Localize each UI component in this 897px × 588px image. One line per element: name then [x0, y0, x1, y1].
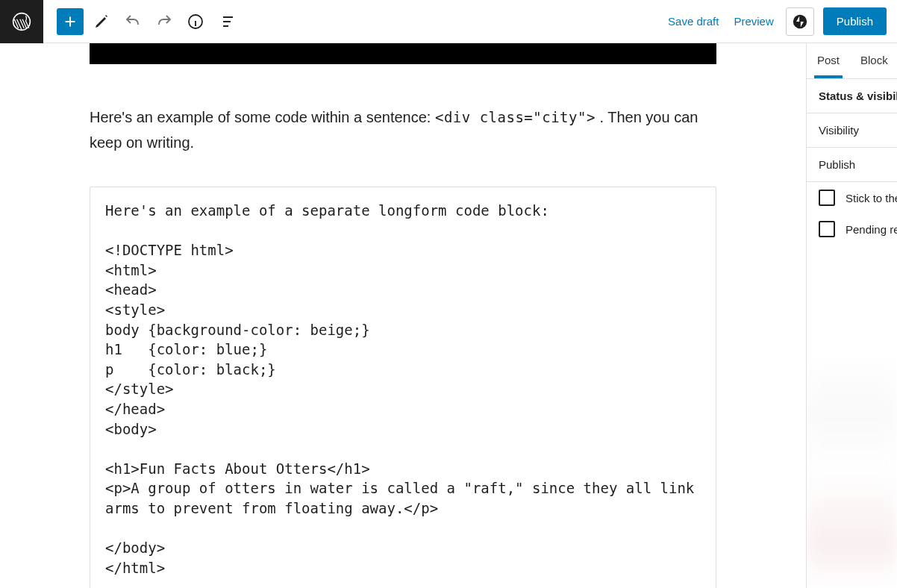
edit-icon[interactable]	[88, 8, 115, 35]
add-block-button[interactable]	[57, 8, 84, 35]
undo-icon[interactable]	[119, 8, 146, 35]
visibility-row[interactable]: Visibility	[807, 113, 897, 148]
svg-point-2	[793, 14, 807, 28]
save-draft-button[interactable]: Save draft	[665, 9, 722, 34]
publish-row[interactable]: Publish	[807, 148, 897, 182]
jetpack-icon[interactable]	[786, 7, 814, 36]
redo-icon[interactable]	[151, 8, 178, 35]
paragraph-block[interactable]: Here's an example of some code within a …	[90, 104, 716, 155]
sidebar-tabs: Post Block	[807, 43, 897, 79]
inline-code: <div class="city">	[435, 109, 596, 125]
preview-button[interactable]: Preview	[731, 9, 776, 34]
publish-button[interactable]: Publish	[823, 7, 887, 35]
pending-row[interactable]: Pending revi	[807, 213, 897, 245]
settings-sidebar: Post Block Status & visibility Visibilit…	[806, 43, 897, 588]
tab-post[interactable]: Post	[807, 43, 850, 78]
sticky-checkbox[interactable]	[819, 190, 835, 206]
toolbar-left	[43, 8, 240, 35]
paragraph-text-leading: Here's an example of some code within a …	[90, 109, 435, 125]
black-block[interactable]	[90, 43, 716, 64]
tab-block[interactable]: Block	[850, 43, 897, 78]
sidebar-blurred-area	[807, 297, 897, 588]
editor-area[interactable]: Here's an example of some code within a …	[0, 43, 806, 588]
topbar: Save draft Preview Publish	[0, 0, 897, 43]
code-block[interactable]: Here's an example of a separate longform…	[90, 187, 716, 588]
status-visibility-header[interactable]: Status & visibility	[807, 79, 897, 113]
outline-icon[interactable]	[213, 8, 240, 35]
pending-label: Pending revi	[846, 223, 897, 236]
pending-checkbox[interactable]	[819, 221, 835, 237]
sticky-row[interactable]: Stick to the	[807, 182, 897, 213]
workspace: Here's an example of some code within a …	[0, 43, 897, 588]
wordpress-logo[interactable]	[0, 0, 43, 43]
sticky-label: Stick to the	[846, 192, 897, 204]
toolbar-right: Save draft Preview Publish	[665, 7, 897, 36]
info-icon[interactable]	[182, 8, 209, 35]
